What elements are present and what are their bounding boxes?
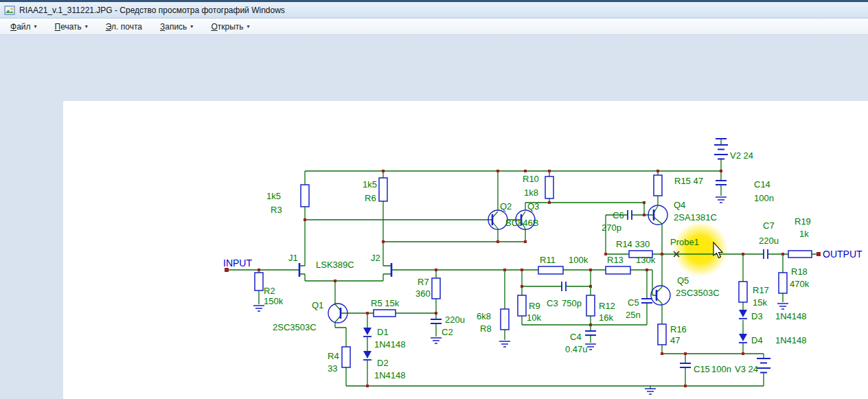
label-d1-name: D1 xyxy=(377,327,389,337)
label-c14-value: 100n xyxy=(754,193,774,203)
label-c7-name: C7 xyxy=(763,220,775,231)
label-r6-name: R6 xyxy=(365,193,376,203)
label-c3-name: C3 xyxy=(547,298,558,308)
resistor-R15-symbol xyxy=(654,175,662,196)
label-r13-name: R13 xyxy=(607,255,624,265)
resistor-R17-symbol xyxy=(739,282,747,302)
schematic-image: V2 24C14100nR15 47Q42SA1381CR101k81k5R61… xyxy=(63,101,868,399)
label-c4-name: C4 xyxy=(570,332,582,342)
diode-D3-symbol xyxy=(739,310,747,319)
label-r14: R14 330 xyxy=(616,239,650,249)
photo-viewer-window: RIAA21_v.1_311221.JPG - Средство просмот… xyxy=(0,0,868,399)
menu-item-email[interactable]: Эл. почта xyxy=(100,21,148,33)
menu-item-file[interactable]: Файл▾ xyxy=(4,21,43,33)
label-r4-value: 33 xyxy=(328,363,337,374)
chevron-down-icon: ▾ xyxy=(190,23,193,30)
ground-symbol xyxy=(645,389,656,394)
label-v2: V2 24 xyxy=(730,150,753,161)
label-r19-value: 1k xyxy=(799,229,809,239)
resistor-R5-symbol xyxy=(374,310,396,317)
label-r2-name: R2 xyxy=(264,286,275,296)
label-r11-value: 100k xyxy=(569,255,589,265)
label-r18-name: R18 xyxy=(791,266,808,277)
diode-D2-symbol xyxy=(363,351,372,360)
label-d3-name: D3 xyxy=(751,311,763,321)
label-c5-value: 25n xyxy=(626,310,641,320)
label-q5-type: 2SC3503C xyxy=(676,288,720,298)
resistor-R11-symbol xyxy=(538,266,563,274)
label-d1-value: 1N4148 xyxy=(374,339,406,350)
label-c2-name: C2 xyxy=(442,327,453,337)
chevron-down-icon: ▾ xyxy=(85,23,88,30)
resistor-R13-symbol xyxy=(606,266,630,274)
label-c6-value: 270p xyxy=(602,223,621,233)
label-c14-name: C14 xyxy=(754,179,770,190)
label-q5-name: Q5 xyxy=(677,275,689,286)
menu-item-print[interactable]: Печать▾ xyxy=(49,21,94,33)
menu-item-label: Запись xyxy=(160,22,187,32)
resistor-R19-symbol xyxy=(788,251,812,258)
menu-item-label: Печать xyxy=(55,22,82,32)
menu-item-open[interactable]: Открыть▾ xyxy=(205,21,255,33)
resistor-R6-symbol xyxy=(379,178,387,201)
label-c15-value: 100n xyxy=(711,364,731,374)
photo-viewer-icon xyxy=(4,5,15,16)
capacitor-C3-symbol xyxy=(562,282,566,291)
ground-symbol xyxy=(777,304,788,309)
label-r12-value: 16k xyxy=(599,312,613,323)
image-canvas: V2 24C14100nR15 47Q42SA1381CR101k81k5R61… xyxy=(63,101,868,399)
label-j2: J2 xyxy=(371,253,380,263)
diode-symbols xyxy=(363,310,747,360)
chevron-down-icon: ▾ xyxy=(34,23,37,30)
label-r6-value: 1k5 xyxy=(363,179,377,190)
label-r5: R5 15k xyxy=(371,298,400,308)
capacitor-C2-symbol xyxy=(431,319,442,323)
label-j1: J1 xyxy=(288,253,298,263)
label-q4-name: Q4 xyxy=(674,200,685,210)
label-r12-name: R12 xyxy=(599,301,615,311)
resistor-R8-symbol xyxy=(501,309,509,330)
label-r16-name: R16 xyxy=(670,324,687,334)
ground-symbol xyxy=(716,197,727,203)
label-v3: V3 24 xyxy=(735,364,758,374)
menu-item-label: Открыть xyxy=(211,22,243,32)
label-r17-value: 15k xyxy=(753,297,767,308)
label-r3-name: R3 xyxy=(271,205,282,215)
label-r8-name: R8 xyxy=(480,323,492,334)
label-c7-value: 220u xyxy=(759,236,779,246)
resistor-R2-symbol xyxy=(255,273,263,290)
label-d4-name: D4 xyxy=(751,335,763,345)
resistor-R3-symbol xyxy=(301,185,309,207)
label-output: OUTPUT xyxy=(823,249,863,260)
schematic-labels: V2 24C14100nR15 47Q42SA1381CR101k81k5R61… xyxy=(223,150,863,380)
label-d4-value: 1N4148 xyxy=(775,335,807,345)
label-r18-value: 470k xyxy=(790,279,810,289)
label-q23-type: BC846B xyxy=(505,218,538,228)
ground-symbol xyxy=(253,306,264,311)
label-c6-name: C6 xyxy=(613,210,624,220)
label-input: INPUT xyxy=(223,258,252,269)
label-c4-value: 0.47u xyxy=(565,344,588,354)
label-r3-value: 1k5 xyxy=(266,191,281,201)
diode-D1-symbol xyxy=(363,328,372,337)
ground-symbol xyxy=(431,338,442,343)
menu-item-label: Файл xyxy=(10,22,31,32)
viewer-content-area: V2 24C14100nR15 47Q42SA1381CR101k81k5R61… xyxy=(0,35,868,399)
label-q2-name: Q2 xyxy=(500,201,512,212)
capacitor-symbols xyxy=(431,181,768,367)
label-r17-name: R17 xyxy=(753,285,769,295)
resistor-R9-symbol xyxy=(518,295,526,316)
label-q4-type: 2SA1381C xyxy=(674,212,717,223)
label-q1-name: Q1 xyxy=(312,300,323,310)
label-r19-name: R19 xyxy=(795,216,811,227)
label-r9-name: R9 xyxy=(529,301,540,311)
label-r4-name: R4 xyxy=(328,351,339,361)
resistor-R7-symbol xyxy=(432,278,440,299)
label-r11-name: R11 xyxy=(540,255,556,265)
resistor-R16-symbol xyxy=(658,324,666,345)
label-c3-value: 750p xyxy=(562,298,582,308)
window-title: RIAA21_v.1_311221.JPG - Средство просмот… xyxy=(19,5,285,15)
menu-item-burn[interactable]: Запись▾ xyxy=(154,21,199,33)
label-r10-name: R10 xyxy=(523,174,539,184)
label-r16-value: 47 xyxy=(670,335,680,345)
